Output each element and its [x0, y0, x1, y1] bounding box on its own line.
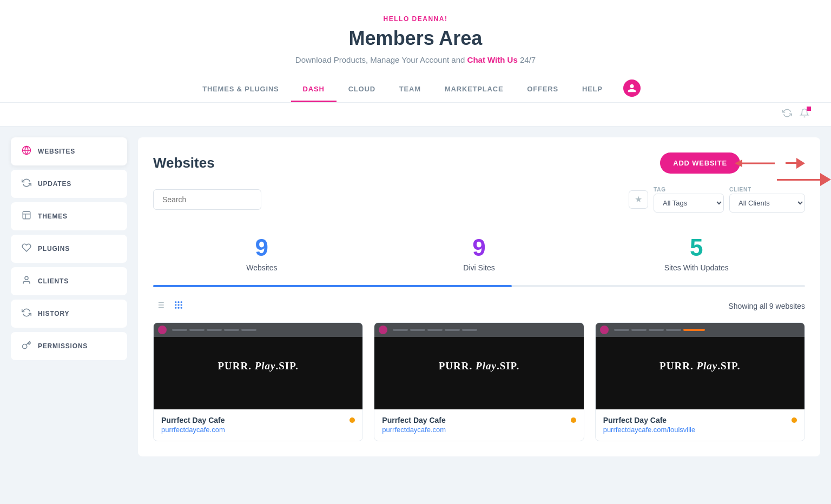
sidebar-item-themes[interactable]: THEMES	[11, 202, 127, 230]
add-website-button[interactable]: ADD WEBSITE	[660, 152, 740, 174]
sidebar-item-updates[interactable]: UPDATES	[11, 170, 127, 198]
user-icon-sidebar	[22, 275, 31, 287]
search-input[interactable]	[153, 189, 261, 210]
refresh-icon[interactable]	[782, 108, 792, 121]
sidebar-item-history[interactable]: HISTORY	[11, 300, 127, 328]
nav-cloud[interactable]: CLOUD	[337, 77, 387, 102]
card-thumbnail-1: PURR. Play.SIP.	[154, 323, 362, 409]
sidebar: WEBSITES UPDATES THEMES	[11, 137, 127, 456]
website-card-2[interactable]: PURR. Play.SIP. Purrfect Day Cafe purrfe…	[374, 322, 584, 441]
globe-icon	[22, 145, 31, 157]
bell-icon[interactable]	[800, 108, 809, 121]
content-area: Websites ADD WEBSITE ★ T	[138, 137, 820, 456]
sidebar-item-clients[interactable]: CLIENTS	[11, 267, 127, 295]
sidebar-permissions-label: PERMISSIONS	[38, 342, 88, 350]
showing-text: Showing all 9 websites	[728, 302, 805, 310]
card-text-3: PURR. Play.SIP.	[659, 360, 740, 372]
view-controls: Showing all 9 websites	[153, 298, 805, 314]
subtitle-text: Download Products, Manage Your Account a…	[295, 55, 465, 64]
svg-rect-21	[178, 307, 180, 309]
website-card-3[interactable]: PURR. Play.SIP. Purrfect Day Cafe purrfe…	[595, 322, 805, 441]
card-text-2: PURR. Play.SIP.	[439, 360, 519, 372]
user-icon	[627, 83, 637, 93]
svg-rect-15	[178, 301, 180, 303]
card-name-1: Purrfect Day Cafe	[161, 416, 225, 425]
progress-bar-fill	[153, 285, 512, 287]
card-name-3: Purrfect Day Cafe	[603, 416, 667, 425]
sidebar-updates-label: UPDATES	[38, 180, 71, 188]
stat-updates-number: 5	[588, 234, 805, 261]
nav-marketplace[interactable]: MARKETPLACE	[433, 77, 515, 102]
sidebar-websites-label: WEBSITES	[38, 148, 75, 155]
svg-point-5	[25, 276, 28, 280]
card-url-2[interactable]: purrfectdaycafe.com	[382, 426, 446, 434]
stat-updates: 5 Sites With Updates	[588, 228, 805, 278]
svg-rect-16	[181, 301, 182, 303]
list-view-button[interactable]	[153, 298, 167, 314]
tag-filter-select[interactable]: All Tags	[654, 194, 724, 213]
sidebar-item-websites[interactable]: WEBSITES	[11, 137, 127, 165]
client-filter-select[interactable]: All Clients	[729, 194, 805, 213]
stat-websites-number: 9	[153, 234, 371, 261]
members-title: Members Area	[11, 27, 820, 50]
nav-offers[interactable]: OFFERS	[515, 77, 570, 102]
stat-divi: 9 Divi Sites	[371, 228, 588, 278]
svg-rect-14	[175, 301, 176, 303]
card-name-2: Purrfect Day Cafe	[382, 416, 446, 425]
nav-dash[interactable]: DASH	[291, 77, 337, 102]
tag-filter-label: TAG	[654, 187, 724, 193]
bell-badge	[807, 107, 811, 111]
svg-rect-17	[175, 304, 176, 306]
main-nav: THEMES & PLUGINS DASH CLOUD TEAM MARKETP…	[0, 77, 831, 102]
svg-rect-22	[181, 307, 182, 309]
sidebar-item-plugins[interactable]: PLUGINS	[11, 235, 127, 263]
filters-row: ★ TAG All Tags CLIENT All Clients	[153, 187, 805, 213]
website-card-1[interactable]: PURR. Play.SIP. Purrfect Day Cafe purrfe…	[153, 322, 363, 441]
grid-view-button[interactable]	[172, 298, 186, 314]
stat-websites-label: Websites	[153, 263, 371, 272]
nav-help[interactable]: HELP	[570, 77, 615, 102]
subtitle-suffix: 24/7	[520, 55, 536, 64]
nav-avatar[interactable]	[623, 79, 641, 97]
content-header: Websites ADD WEBSITE	[153, 152, 805, 174]
card-thumbnail-3: PURR. Play.SIP.	[596, 323, 804, 409]
status-dot-1	[349, 417, 355, 423]
heart-icon	[22, 243, 31, 255]
stats-row: 9 Websites 9 Divi Sites 5 Sites With Upd…	[153, 228, 805, 278]
refresh-icon-sidebar	[22, 178, 31, 190]
page-header: HELLO DEANNA! Members Area Download Prod…	[0, 0, 831, 103]
main-layout: WEBSITES UPDATES THEMES	[0, 127, 831, 467]
nav-themes-plugins[interactable]: THEMES & PLUGINS	[190, 77, 291, 102]
progress-bar-container	[153, 285, 805, 287]
svg-rect-19	[181, 304, 182, 306]
sidebar-themes-label: THEMES	[38, 213, 68, 220]
star-filter-button[interactable]: ★	[629, 190, 648, 209]
sidebar-history-label: HISTORY	[38, 310, 69, 317]
status-dot-2	[571, 417, 576, 423]
card-url-3[interactable]: purrfectdaycafe.com/louisville	[603, 426, 696, 434]
sidebar-item-permissions[interactable]: PERMISSIONS	[11, 332, 127, 360]
page-title: Websites	[153, 155, 215, 171]
chat-link[interactable]: Chat With Us	[467, 55, 518, 64]
stat-updates-label: Sites With Updates	[588, 263, 805, 272]
layout-icon	[22, 210, 31, 222]
status-dot-3	[792, 417, 797, 423]
key-icon	[22, 340, 31, 352]
cards-grid: PURR. Play.SIP. Purrfect Day Cafe purrfe…	[153, 322, 805, 441]
client-filter-label: CLIENT	[729, 187, 805, 193]
nav-team[interactable]: TEAM	[387, 77, 433, 102]
card-text-1: PURR. Play.SIP.	[217, 360, 298, 372]
stat-websites: 9 Websites	[153, 228, 371, 278]
stat-divi-label: Divi Sites	[371, 263, 588, 272]
stat-divi-number: 9	[371, 234, 588, 261]
card-url-1[interactable]: purrfectdaycafe.com	[161, 426, 225, 434]
svg-rect-18	[178, 304, 180, 306]
subtitle: Download Products, Manage Your Account a…	[11, 55, 820, 64]
arrow-indicator	[777, 173, 831, 186]
history-icon	[22, 308, 31, 320]
svg-rect-20	[175, 307, 176, 309]
view-icons	[153, 298, 186, 314]
toolbar	[0, 103, 831, 127]
svg-rect-2	[23, 211, 30, 219]
card-thumbnail-2: PURR. Play.SIP.	[374, 323, 583, 409]
